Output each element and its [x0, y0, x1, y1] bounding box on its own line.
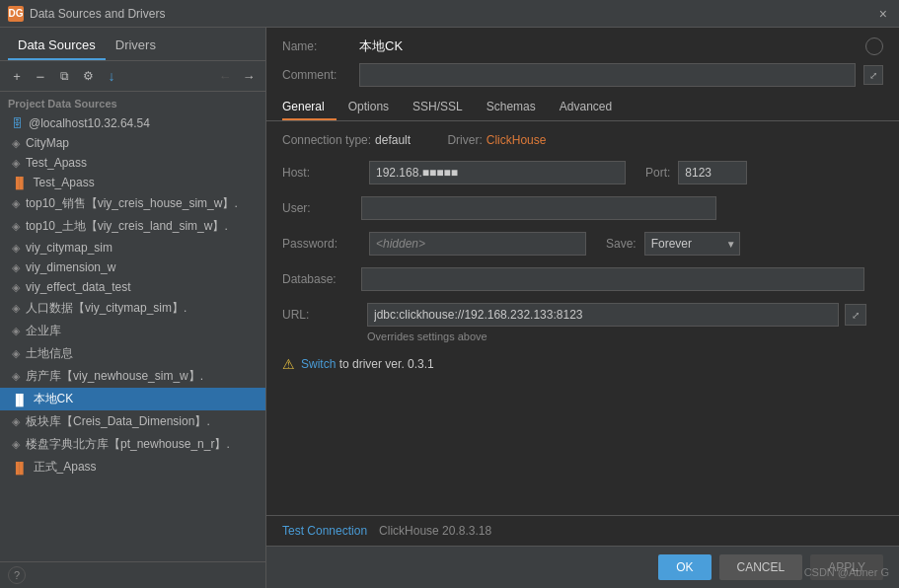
warning-icon: ⚠: [282, 356, 295, 372]
password-row: Password: <hidden> Save: Forever Never F…: [282, 232, 883, 256]
list-item[interactable]: ◈ CityMap: [0, 133, 265, 153]
list-item[interactable]: ◈ viy_citymap_sim: [0, 238, 265, 257]
db-icon: 🗄: [12, 117, 23, 129]
list-item[interactable]: ▐▌ Test_Apass: [0, 173, 265, 192]
overrides-text: Overrides settings above: [367, 331, 883, 342]
left-panel: Data Sources Drivers + − ⧉ ⚙ ↓ ← → Proje…: [0, 28, 266, 588]
list-item[interactable]: 🗄 @localhost10.32.64.54: [0, 113, 265, 133]
url-row: URL: ⤢: [282, 303, 883, 327]
list-item[interactable]: ◈ top10_土地【viy_creis_land_sim_w】.: [0, 215, 265, 238]
title-bar: DG Data Sources and Drivers ×: [0, 0, 899, 28]
import-button[interactable]: ↓: [101, 65, 122, 87]
comment-row: Comment: ⤢: [266, 63, 899, 95]
table-icon: ◈: [12, 438, 20, 451]
list-item[interactable]: ◈ Test_Apass: [0, 153, 265, 173]
remove-button[interactable]: −: [30, 65, 51, 87]
name-label: Name:: [282, 39, 351, 53]
port-input[interactable]: [678, 161, 747, 184]
test-connection-row: Test Connection ClickHouse 20.8.3.18: [266, 515, 899, 546]
table-icon: ◈: [12, 347, 20, 360]
table-icon: ◈: [12, 302, 20, 315]
ok-button[interactable]: OK: [658, 554, 711, 580]
url-label: URL:: [282, 308, 361, 322]
table-icon: ◈: [12, 137, 20, 150]
password-field[interactable]: <hidden>: [369, 232, 586, 256]
settings-button[interactable]: ⚙: [77, 65, 99, 87]
app-icon: DG: [8, 6, 24, 22]
ct-value: default: [375, 133, 411, 147]
list-item[interactable]: ◈ viy_dimension_w: [0, 257, 265, 277]
database-input[interactable]: [361, 267, 864, 291]
user-input[interactable]: [361, 196, 716, 220]
help-button[interactable]: ?: [8, 566, 26, 584]
comment-input[interactable]: [359, 63, 856, 87]
database-label: Database:: [282, 272, 361, 286]
list-item[interactable]: ◈ viy_effect_data_test: [0, 277, 265, 297]
driver-label: Driver:: [447, 133, 482, 147]
bars-icon: ▐▌: [12, 462, 28, 474]
comment-label: Comment:: [282, 68, 351, 82]
table-icon: ◈: [12, 157, 20, 170]
driver-value[interactable]: ClickHouse: [487, 133, 547, 147]
nav-buttons: ← →: [214, 65, 260, 87]
table-icon: ◈: [12, 220, 20, 233]
title-bar-text: Data Sources and Drivers: [30, 7, 875, 21]
user-row: User:: [282, 196, 883, 220]
left-bottom: ?: [0, 561, 265, 588]
right-panel: Name: 本地CK Comment: ⤢ General Options SS…: [266, 28, 899, 588]
list-item[interactable]: ◈ 楼盘字典北方库【pt_newhouse_n_r】.: [0, 433, 265, 456]
list-item-local-ck[interactable]: ▐▌ 本地CK: [0, 388, 265, 410]
list-item[interactable]: ◈ 板块库【Creis_Data_Dimension】.: [0, 410, 265, 433]
test-connection-link[interactable]: Test Connection: [282, 524, 367, 538]
warning-row: ⚠ Switch to driver ver. 0.3.1: [282, 356, 883, 372]
form-area: Connection type: default Driver: ClickHo…: [266, 121, 899, 515]
copy-button[interactable]: ⧉: [53, 65, 75, 87]
table-icon: ◈: [12, 325, 20, 337]
left-toolbar: + − ⧉ ⚙ ↓ ← →: [0, 61, 265, 92]
switch-link[interactable]: Switch: [301, 357, 336, 371]
name-value: 本地CK: [359, 37, 858, 55]
tab-general[interactable]: General: [282, 95, 337, 120]
watermark: CSDN @Abner G: [804, 566, 889, 578]
url-expand-button[interactable]: ⤢: [845, 304, 866, 326]
bars-icon: ▐▌: [12, 177, 28, 188]
table-icon: ◈: [12, 197, 20, 210]
comment-expand-button[interactable]: ⤢: [863, 65, 883, 85]
database-row: Database:: [282, 267, 883, 291]
close-button[interactable]: ×: [875, 4, 891, 24]
password-label: Password:: [282, 237, 361, 251]
tab-schemas[interactable]: Schemas: [475, 95, 548, 120]
host-input[interactable]: [369, 161, 626, 184]
warning-text: Switch to driver ver. 0.3.1: [301, 357, 434, 371]
list-item[interactable]: ◈ 企业库: [0, 320, 265, 342]
add-button[interactable]: +: [6, 65, 28, 87]
nav-back-button[interactable]: ←: [214, 65, 236, 87]
save-label: Save:: [606, 237, 637, 251]
left-tabs: Data Sources Drivers: [0, 28, 265, 61]
url-input[interactable]: [367, 303, 839, 327]
name-circle-button[interactable]: [865, 37, 883, 55]
tab-data-sources[interactable]: Data Sources: [8, 34, 106, 60]
data-source-list: 🗄 @localhost10.32.64.54 ◈ CityMap ◈ Test…: [0, 113, 265, 561]
host-row: Host: Port:: [282, 161, 883, 184]
list-item[interactable]: ◈ 人口数据【viy_citymap_sim】.: [0, 297, 265, 320]
bars-icon: ▐▌: [12, 394, 28, 405]
test-version-text: ClickHouse 20.8.3.18: [379, 524, 491, 538]
table-icon: ◈: [12, 242, 20, 255]
tab-drivers[interactable]: Drivers: [106, 34, 166, 60]
tab-ssh-ssl[interactable]: SSH/SSL: [401, 95, 475, 120]
cancel-button[interactable]: CANCEL: [719, 554, 803, 580]
nav-forward-button[interactable]: →: [238, 65, 260, 87]
list-item[interactable]: ◈ 土地信息: [0, 342, 265, 365]
list-item[interactable]: ◈ 房产库【viy_newhouse_sim_w】.: [0, 365, 265, 388]
tab-advanced[interactable]: Advanced: [548, 95, 624, 120]
table-icon: ◈: [12, 281, 20, 294]
list-item[interactable]: ▐▌ 正式_Apass: [0, 456, 265, 478]
tab-options[interactable]: Options: [337, 95, 401, 120]
user-label: User:: [282, 201, 361, 215]
ct-label: Connection type:: [282, 133, 371, 147]
port-label: Port:: [645, 166, 670, 180]
save-select-wrapper: Forever Never For Session ▼: [644, 232, 740, 256]
list-item[interactable]: ◈ top10_销售【viy_creis_house_sim_w】.: [0, 192, 265, 215]
save-select[interactable]: Forever Never For Session: [644, 232, 740, 256]
